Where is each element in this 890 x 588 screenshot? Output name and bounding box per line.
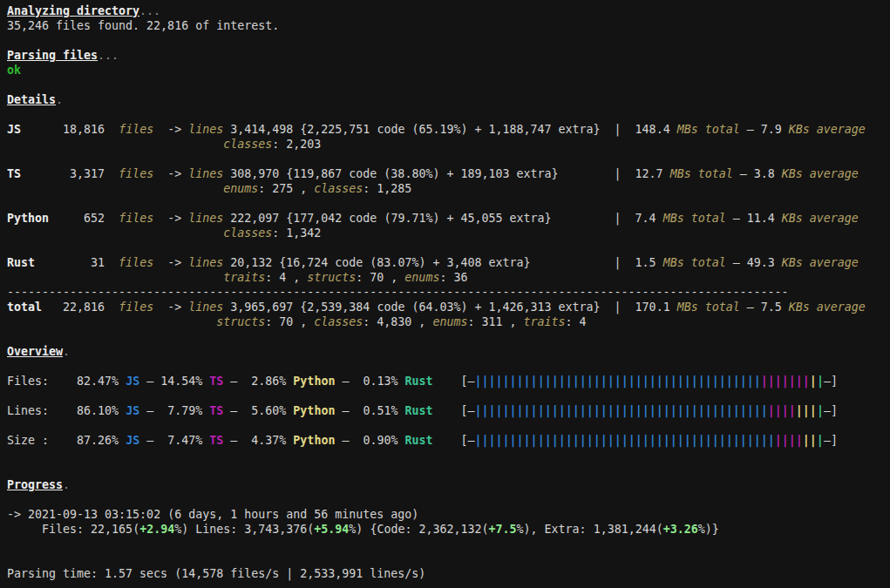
details-header: Details. — [7, 92, 63, 107]
details-row-total: total 22,816 files -> lines 3,965,697 {2… — [7, 300, 866, 314]
parsing-status: ok — [7, 63, 21, 78]
details-row-ts-sub: enums: 275 , classes: 1,285 — [7, 181, 411, 196]
overview-size: Size : 87.26% JS – 7.47% TS – 4.37% Pyth… — [7, 433, 838, 448]
details-row-python-sub: classes: 1,342 — [7, 226, 321, 240]
separator-line: ----------------------------------------… — [7, 285, 789, 300]
details-row-ts: TS 3,317 files -> lines 308,970 {119,867… — [7, 166, 859, 181]
parsing-header: Parsing files... — [7, 48, 119, 63]
analyzing-header: Analyzing directory... — [7, 3, 160, 18]
progress-timestamp: -> 2021-09-13 03:15:02 (6 days, 1 hours … — [7, 507, 418, 522]
details-row-rust: Rust 31 files -> lines 20,132 {16,724 co… — [7, 255, 859, 270]
overview-header: Overview. — [7, 344, 70, 359]
details-row-js-sub: classes: 2,203 — [7, 137, 321, 152]
overview-lines: Lines: 86.10% JS – 7.79% TS – 5.60% Pyth… — [7, 403, 838, 418]
details-row-python: Python 652 files -> lines 222,097 {177,0… — [7, 211, 859, 226]
overview-files: Files: 82.47% JS – 14.54% TS – 2.86% Pyt… — [7, 374, 838, 389]
progress-stats: Files: 22,165(+2.94%) Lines: 3,743,376(+… — [7, 522, 719, 537]
details-row-total-sub: structs: 70 , classes: 4,830 , enums: 31… — [7, 314, 587, 329]
terminal-output: Analyzing directory...35,246 files found… — [0, 0, 890, 588]
details-row-js: JS 18,816 files -> lines 3,414,498 {2,22… — [7, 122, 866, 137]
files-found-summary: 35,246 files found. 22,816 of interest. — [7, 18, 279, 33]
details-row-rust-sub: traits: 4 , structs: 70 , enums: 36 — [7, 270, 467, 285]
parsing-time: Parsing time: 1.57 secs (14,578 files/s … — [7, 566, 425, 581]
progress-header: Progress. — [7, 477, 70, 492]
